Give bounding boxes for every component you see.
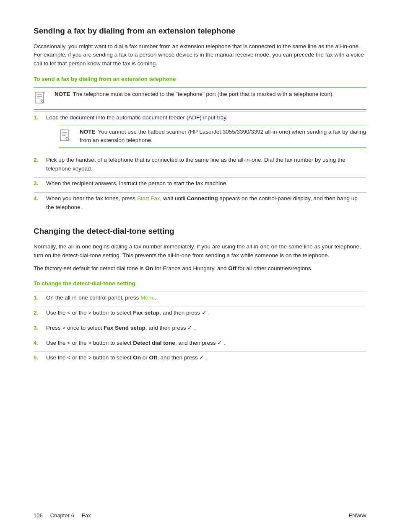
note-icon-1 xyxy=(34,91,49,107)
note2-text: You cannot use the flatbed scanner (HP L… xyxy=(80,129,366,143)
section2-step4-row: 4. Use the < or the > button to select D… xyxy=(34,339,366,348)
section2-step1-row: 1. On the all-in-one control panel, pres… xyxy=(34,294,366,302)
on-bold2: On xyxy=(133,354,141,361)
footer-right: ENWW xyxy=(348,511,366,520)
section1-step1-text: Load the document into the automatic doc… xyxy=(46,114,228,121)
section1-body1: Occasionally, you might want to dial a f… xyxy=(34,42,366,69)
section2-step2-row: 2. Use the < or the > button to select F… xyxy=(34,309,366,318)
note-svg-icon-2 xyxy=(59,129,72,142)
section1-step4: 4. When you hear the fax tones, press St… xyxy=(34,192,366,212)
connecting-bold: Connecting xyxy=(187,195,218,201)
section2-step3-row: 3. Press > once to select Fax Send setup… xyxy=(34,324,366,333)
footer-chapter-label: Fax xyxy=(82,512,91,519)
note-svg-icon-1 xyxy=(34,91,47,104)
footer-chapter: Chapter 6 xyxy=(50,512,74,519)
footer-page-num: 106 xyxy=(34,512,43,519)
section1-step3-row: 3. When the recipient answers, instruct … xyxy=(34,179,366,188)
section1-step2-content: Pick up the handset of a telephone that … xyxy=(46,156,366,173)
section2-step1-num: 1. xyxy=(34,294,46,302)
section2-step4-content: Use the < or the > button to select Dete… xyxy=(46,339,366,348)
section2-step5-content: Use the < or the > button to select On o… xyxy=(46,354,366,362)
section1-step2-num: 2. xyxy=(34,156,46,164)
section2-step2: 2. Use the < or the > button to select F… xyxy=(34,307,366,318)
section1-title: Sending a fax by dialing from an extensi… xyxy=(34,25,366,37)
fax-send-setup-bold: Fax Send setup xyxy=(104,325,145,331)
section2-step3-content: Press > once to select Fax Send setup, a… xyxy=(46,324,366,333)
section2-step4: 4. Use the < or the > button to select D… xyxy=(34,337,366,348)
note1-content: NOTEThe telephone must be connected to t… xyxy=(55,90,334,98)
section1-green-heading: To send a fax by dialing from an extensi… xyxy=(34,75,366,83)
section1-step2-row: 2. Pick up the handset of a telephone th… xyxy=(34,156,366,173)
section1-step4-num: 4. xyxy=(34,194,46,203)
section2-step3: 3. Press > once to select Fax Send setup… xyxy=(34,322,366,333)
section1-step1-note: NOTEYou cannot use the flatbed scanner (… xyxy=(59,125,366,148)
note-box-1: NOTEThe telephone must be connected to t… xyxy=(34,87,366,110)
section1-step3: 3. When the recipient answers, instruct … xyxy=(34,177,366,188)
section2-step5-num: 5. xyxy=(34,354,46,362)
section1-step1: 1. Load the document into the automatic … xyxy=(34,111,366,150)
note1-text: The telephone must be connected to the "… xyxy=(73,91,334,97)
page: Sending a fax by dialing from an extensi… xyxy=(0,0,400,532)
svg-rect-0 xyxy=(35,92,44,103)
section2-step2-content: Use the < or the > button to select Fax … xyxy=(46,309,366,318)
section2-step2-num: 2. xyxy=(34,309,46,317)
footer-left: 106 Chapter 6 Fax xyxy=(34,511,91,520)
section2-step1-content: On the all-in-one control panel, press M… xyxy=(46,294,366,302)
section2-step5-row: 5. Use the < or the > button to select O… xyxy=(34,354,366,362)
section2-title: Changing the detect-dial-tone setting xyxy=(34,225,366,238)
section2-body1: Normally, the all-in-one begins dialing … xyxy=(34,243,366,260)
section2-green-heading: To change the detect-dial-tone setting xyxy=(34,279,366,288)
section1-step1-content: Load the document into the automatic doc… xyxy=(46,114,366,150)
start-fax-link[interactable]: Start Fax xyxy=(137,195,160,201)
fax-setup-bold: Fax setup xyxy=(133,310,159,316)
note-box-2: NOTEYou cannot use the flatbed scanner (… xyxy=(59,125,366,148)
off-bold: Off xyxy=(228,265,236,271)
section1-step4-row: 4. When you hear the fax tones, press St… xyxy=(34,194,366,212)
section1-step4-content: When you hear the fax tones, press Start… xyxy=(46,194,366,212)
section1-step2: 2. Pick up the handset of a telephone th… xyxy=(34,154,366,173)
menu-link[interactable]: Menu xyxy=(140,294,155,301)
svg-rect-6 xyxy=(60,130,69,141)
section2-step5: 5. Use the < or the > button to select O… xyxy=(34,351,366,362)
section1-step3-num: 3. xyxy=(34,179,46,188)
on-bold: On xyxy=(145,265,153,271)
note-icon-2 xyxy=(59,129,75,145)
section1-step1-row: 1. Load the document into the automatic … xyxy=(34,114,366,150)
section1-step3-content: When the recipient answers, instruct the… xyxy=(46,179,366,188)
footer: 106 Chapter 6 Fax ENWW xyxy=(0,508,400,520)
section2-step3-num: 3. xyxy=(34,324,46,332)
section2-step1: 1. On the all-in-one control panel, pres… xyxy=(34,292,366,302)
section2-step4-num: 4. xyxy=(34,339,46,347)
note2-content: NOTEYou cannot use the flatbed scanner (… xyxy=(80,128,366,145)
section1-step1-num: 1. xyxy=(34,114,46,122)
note1-label: NOTE xyxy=(55,91,70,97)
section2-body2: The factory-set default for detect dial … xyxy=(34,264,366,273)
detect-dial-tone-bold: Detect dial tone xyxy=(133,340,175,346)
off-bold2: Off xyxy=(149,354,157,361)
note2-label: NOTE xyxy=(80,129,96,135)
